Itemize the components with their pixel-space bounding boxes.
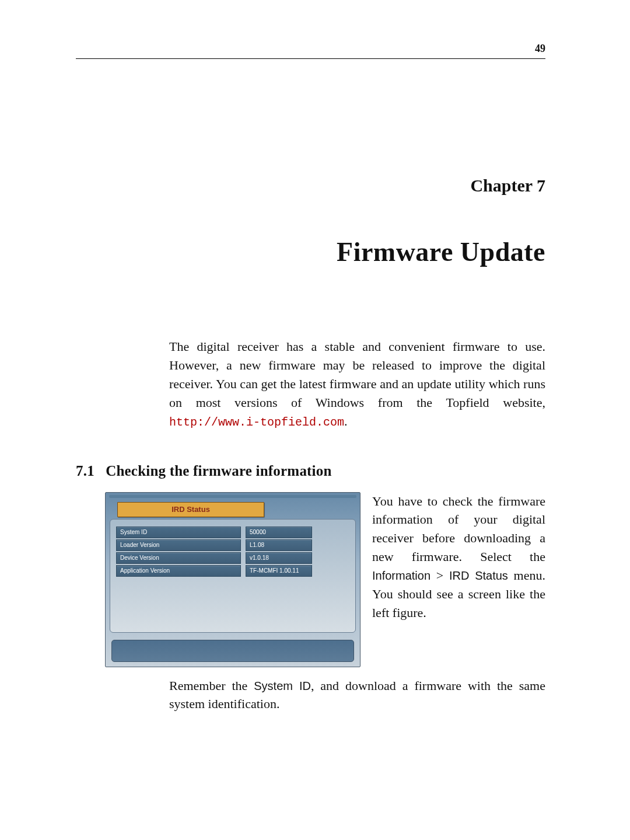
section-number: 7.1: [76, 463, 94, 479]
ird-value: 50000: [246, 527, 312, 538]
ird-bottom-bar: [111, 640, 354, 662]
header-rule: 49: [76, 58, 545, 59]
section-heading: 7.1 Checking the firmware information: [76, 463, 560, 479]
ird-panel: System ID 50000 Loader Version L1.08 Dev…: [110, 519, 356, 633]
intro-text-a: The digital receiver has a stable and co…: [169, 339, 545, 410]
ird-title-bar: IRD Status: [117, 502, 264, 517]
ird-value: L1.08: [246, 539, 312, 551]
ird-row-system-id: System ID 50000: [116, 527, 349, 538]
ird-top-strip: [109, 495, 356, 498]
menu-ird-status: IRD Status: [449, 569, 508, 582]
after-paragraph: Remember the System ID, and download a f…: [169, 677, 545, 714]
after-a: Remember the: [169, 678, 254, 693]
ird-label: Device Version: [116, 552, 241, 564]
system-id-label: System ID: [254, 679, 311, 692]
chapter-title: Firmware Update: [70, 236, 545, 267]
ird-value: TF-MCMFI 1.00.11: [246, 565, 312, 577]
ird-value: v1.0.18: [246, 552, 312, 564]
page-number: 49: [535, 43, 545, 55]
section-title: Checking the firmware information: [106, 463, 331, 479]
ird-label: System ID: [116, 527, 241, 538]
document-page: 49 Chapter 7 Firmware Update The digital…: [0, 0, 630, 840]
ird-row-loader-version: Loader Version L1.08: [116, 539, 349, 551]
side-a: You have to check the firmware informati…: [372, 494, 545, 564]
topfield-url: http://www.i-topfield.com: [169, 416, 344, 429]
chapter-label: Chapter 7: [70, 176, 545, 196]
intro-text-b: .: [344, 414, 348, 428]
intro-paragraph: The digital receiver has a stable and co…: [169, 337, 545, 431]
ird-row-application-version: Application Version TF-MCMFI 1.00.11: [116, 565, 349, 577]
ird-label: Loader Version: [116, 539, 241, 551]
ird-row-device-version: Device Version v1.0.18: [116, 552, 349, 564]
menu-information: Information: [372, 569, 430, 582]
ird-status-screenshot: IRD Status System ID 50000 Loader Versio…: [105, 492, 360, 667]
side-paragraph: You have to check the firmware informati…: [372, 492, 545, 622]
menu-gt: >: [430, 568, 449, 583]
figure-row: IRD Status System ID 50000 Loader Versio…: [105, 492, 545, 667]
ird-label: Application Version: [116, 565, 241, 577]
